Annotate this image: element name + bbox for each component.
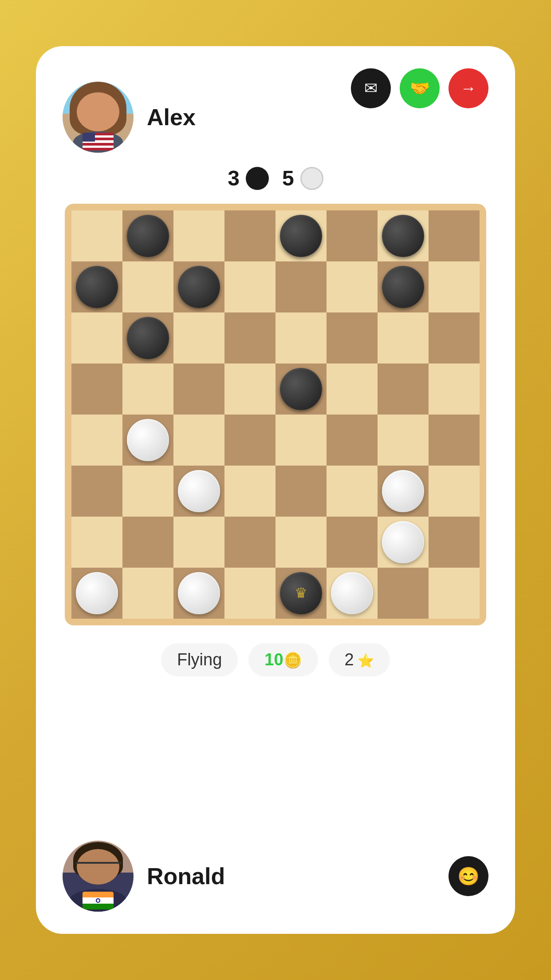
cell-0-0[interactable] [71,210,122,261]
message-button[interactable]: ✉ [351,68,391,108]
cell-6-7[interactable] [429,517,480,568]
cell-6-1[interactable] [122,517,173,568]
cell-7-3[interactable] [224,568,276,619]
king-piece-7-4: ♛ [280,572,322,614]
cell-7-7[interactable] [429,568,480,619]
cell-0-6[interactable] [378,210,429,261]
cell-3-6[interactable] [378,364,429,415]
cell-0-2[interactable] [173,210,224,261]
black-piece-0-4 [280,215,322,257]
white-piece-7-5 [331,572,373,614]
cell-0-5[interactable] [327,210,378,261]
top-actions: ✉ 🤝 → [351,68,488,108]
top-player-avatar [63,82,134,153]
emoji-button[interactable]: 😊 [449,856,488,896]
white-piece-5-2 [178,470,220,512]
white-piece-5-6 [382,470,424,512]
checkerboard-container[interactable]: ♛ [65,204,486,625]
cell-6-0[interactable] [71,517,122,568]
cell-2-7[interactable] [429,312,480,364]
cell-1-4[interactable] [276,261,327,312]
cell-1-2[interactable] [173,261,224,312]
cell-5-7[interactable] [429,466,480,517]
black-piece-1-2 [178,266,220,308]
cell-5-5[interactable] [327,466,378,517]
star-icon: ⭐ [354,653,374,668]
cell-2-6[interactable] [378,312,429,364]
cell-2-1[interactable] [122,312,173,364]
cell-5-1[interactable] [122,466,173,517]
cell-1-6[interactable] [378,261,429,312]
cell-0-7[interactable] [429,210,480,261]
top-player-flag [83,133,114,150]
cell-3-2[interactable] [173,364,224,415]
cell-7-0[interactable] [71,568,122,619]
cell-3-1[interactable] [122,364,173,415]
cell-5-3[interactable] [224,466,276,517]
black-piece-3-4 [280,368,322,410]
cell-7-2[interactable] [173,568,224,619]
cell-5-6[interactable] [378,466,429,517]
bottom-player-flag [83,892,114,909]
cell-5-0[interactable] [71,466,122,517]
cell-6-4[interactable] [276,517,327,568]
black-piece-1-6 [382,266,424,308]
cell-4-2[interactable] [173,415,224,466]
cell-6-2[interactable] [173,517,224,568]
cell-5-2[interactable] [173,466,224,517]
cell-1-1[interactable] [122,261,173,312]
cell-3-3[interactable] [224,364,276,415]
cell-4-5[interactable] [327,415,378,466]
cell-3-5[interactable] [327,364,378,415]
cell-4-3[interactable] [224,415,276,466]
black-piece-0-6 [382,215,424,257]
cell-1-0[interactable] [71,261,122,312]
cell-6-5[interactable] [327,517,378,568]
cell-3-7[interactable] [429,364,480,415]
exit-button[interactable]: → [449,68,488,108]
stars-pill: 2 ⭐ [329,643,390,676]
cell-4-6[interactable] [378,415,429,466]
cell-2-3[interactable] [224,312,276,364]
cell-0-1[interactable] [122,210,173,261]
info-bar: Flying 10🪙 2 ⭐ [161,643,390,676]
cell-2-2[interactable] [173,312,224,364]
cell-5-4[interactable] [276,466,327,517]
cell-2-0[interactable] [71,312,122,364]
cell-4-1[interactable] [122,415,173,466]
cell-3-0[interactable] [71,364,122,415]
handshake-button[interactable]: 🤝 [400,68,440,108]
black-piece-1-0 [76,266,118,308]
cell-7-6[interactable] [378,568,429,619]
bottom-player-name: Ronald [147,863,225,889]
cell-7-1[interactable] [122,568,173,619]
cell-1-5[interactable] [327,261,378,312]
flying-pill: Flying [161,643,238,676]
cell-7-5[interactable] [327,568,378,619]
black-score: 3 [228,166,269,190]
black-piece-0-1 [127,215,169,257]
cell-6-3[interactable] [224,517,276,568]
cell-1-7[interactable] [429,261,480,312]
cell-4-4[interactable] [276,415,327,466]
black-piece-indicator [246,167,269,190]
cell-2-4[interactable] [276,312,327,364]
cell-6-6[interactable] [378,517,429,568]
white-piece-7-2 [178,572,220,614]
game-card: ✉ 🤝 → [36,46,515,934]
cell-0-4[interactable] [276,210,327,261]
cell-4-7[interactable] [429,415,480,466]
top-player-name: Alex [147,104,196,130]
cell-7-4[interactable]: ♛ [276,568,327,619]
cell-4-0[interactable] [71,415,122,466]
cell-1-3[interactable] [224,261,276,312]
score-row: 3 5 [228,166,323,190]
white-piece-6-6 [382,521,424,563]
cell-0-3[interactable] [224,210,276,261]
cell-3-4[interactable] [276,364,327,415]
cell-2-5[interactable] [327,312,378,364]
coin-icon: 🪙 [283,652,302,668]
black-piece-2-1 [127,317,169,359]
white-piece-4-1 [127,419,169,461]
white-piece-indicator [300,167,323,190]
